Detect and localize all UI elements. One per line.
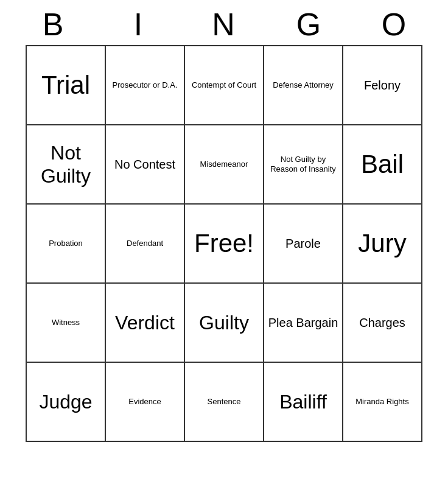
letter-o: O [355, 6, 434, 43]
bingo-cell-16: Verdict [106, 284, 185, 363]
bingo-cell-6: No Contest [106, 125, 185, 205]
bingo-cell-4: Felony [343, 46, 422, 125]
bingo-cell-20: Judge [27, 363, 106, 442]
bingo-cell-3: Defense Attorney [264, 46, 343, 125]
letter-i: I [99, 6, 178, 43]
bingo-cell-7: Misdemeanor [185, 125, 264, 205]
bingo-cell-1: Prosecutor or D.A. [106, 46, 185, 125]
bingo-cell-10: Probation [27, 205, 106, 284]
bingo-cell-11: Defendant [106, 205, 185, 284]
bingo-cell-8: Not Guilty by Reason of Insanity [264, 125, 343, 205]
bingo-cell-19: Charges [343, 284, 422, 363]
bingo-cell-17: Guilty [185, 284, 264, 363]
bingo-grid: TrialProsecutor or D.A.Contempt of Court… [26, 45, 422, 442]
letter-b: B [14, 6, 93, 43]
bingo-cell-9: Bail [343, 125, 422, 205]
bingo-cell-21: Evidence [106, 363, 185, 442]
bingo-cell-14: Jury [343, 205, 422, 284]
bingo-cell-12: Free! [185, 205, 264, 284]
bingo-cell-22: Sentence [185, 363, 264, 442]
letter-g: G [270, 6, 349, 43]
bingo-cell-18: Plea Bargain [264, 284, 343, 363]
bingo-header: B I N G O [11, 6, 437, 43]
bingo-cell-13: Parole [264, 205, 343, 284]
bingo-cell-24: Miranda Rights [343, 363, 422, 442]
letter-n: N [184, 6, 264, 43]
bingo-cell-0: Trial [27, 46, 106, 125]
bingo-cell-2: Contempt of Court [185, 46, 264, 125]
bingo-cell-15: Witness [27, 284, 106, 363]
bingo-cell-23: Bailiff [264, 363, 343, 442]
bingo-cell-5: Not Guilty [27, 125, 106, 205]
